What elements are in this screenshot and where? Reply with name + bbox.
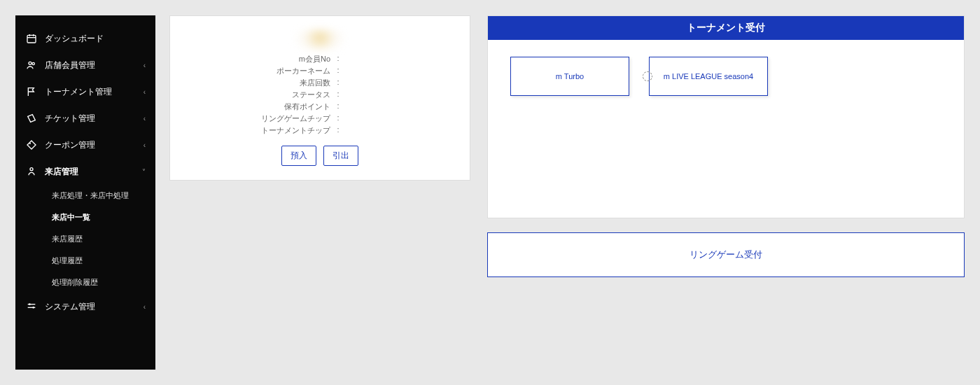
flag-icon [25, 85, 38, 98]
sidebar-sub-visit-history[interactable]: 来店履歴 [43, 228, 155, 250]
info-row-visits: 来店回数: [300, 78, 342, 88]
ring-game-reception-button[interactable]: リングゲーム受付 [487, 232, 965, 277]
users-icon [25, 59, 38, 71]
member-info-list: m会員No: ポーカーネーム: 来店回数: ステータス: 保有ポイント: リング… [184, 54, 342, 136]
member-profile-card: m会員No: ポーカーネーム: 来店回数: ステータス: 保有ポイント: リング… [169, 15, 470, 181]
tournament-option-turbo[interactable]: m Turbo [510, 57, 629, 96]
avatar [285, 30, 355, 48]
chevron-left-icon: ‹ [144, 303, 146, 311]
svg-point-12 [32, 307, 34, 309]
sidebar-sub-visit-process[interactable]: 来店処理・来店中処理 [43, 185, 155, 206]
sidebar-item-label: チケット管理 [45, 113, 136, 125]
sidebar-sub-visit-in-list[interactable]: 来店中一覧 [43, 206, 155, 228]
sidebar-item-store-member[interactable]: 店舗会員管理 ‹ [15, 52, 155, 78]
svg-point-4 [29, 62, 31, 64]
sidebar-item-label: 店舗会員管理 [45, 59, 136, 71]
svg-rect-0 [27, 35, 36, 43]
person-pin-icon [25, 165, 38, 178]
chevron-left-icon: ‹ [144, 62, 146, 69]
tournament-reception-panel: トーナメント受付 m Turbo m LIVE LEAGUE season4 [487, 15, 965, 218]
chevron-left-icon: ‹ [144, 88, 146, 96]
sidebar: ダッシュボード 店舗会員管理 ‹ トーナメント管理 ‹ チケット管理 ‹ [15, 15, 155, 370]
sidebar-item-label: トーナメント管理 [45, 86, 136, 98]
info-row-tournament-chip: トーナメントチップ: [261, 125, 342, 136]
sidebar-item-ticket[interactable]: チケット管理 ‹ [15, 105, 155, 132]
sidebar-item-label: ダッシュボード [45, 33, 146, 45]
sidebar-item-label: システム管理 [45, 301, 136, 313]
ring-game-reception-label: リングゲーム受付 [690, 249, 762, 260]
tournament-option-live-league[interactable]: m LIVE LEAGUE season4 [649, 57, 768, 96]
chevron-left-icon: ‹ [144, 115, 146, 122]
sidebar-item-tournament[interactable]: トーナメント管理 ‹ [15, 78, 155, 105]
info-row-points: 保有ポイント: [284, 102, 342, 112]
withdraw-button[interactable]: 引出 [323, 146, 358, 166]
chevron-down-icon: ˅ [142, 168, 146, 176]
chevron-left-icon: ‹ [144, 141, 146, 149]
sidebar-sub-proc-history[interactable]: 処理履歴 [43, 250, 155, 272]
cursor-ring-icon [643, 71, 652, 81]
tag-icon [25, 139, 38, 151]
sidebar-item-coupon[interactable]: クーポン管理 ‹ [15, 132, 155, 158]
deposit-button[interactable]: 預入 [281, 146, 316, 166]
sidebar-sub-del-history[interactable]: 処理削除履歴 [43, 272, 155, 293]
sidebar-item-system[interactable]: システム管理 ‹ [15, 293, 155, 320]
info-row-poker-name: ポーカーネーム: [276, 66, 342, 76]
info-row-status: ステータス: [292, 90, 342, 100]
sidebar-visit-submenu: 来店処理・来店中処理 来店中一覧 来店履歴 処理履歴 処理削除履歴 [15, 185, 155, 293]
sliders-icon [25, 300, 38, 313]
tournament-reception-header: トーナメント受付 [488, 16, 964, 40]
svg-point-11 [29, 303, 31, 305]
svg-point-5 [32, 62, 34, 64]
sidebar-item-label: クーポン管理 [45, 139, 136, 151]
calendar-icon [25, 32, 38, 45]
sidebar-item-visit[interactable]: 来店管理 ˅ [15, 158, 155, 185]
tournament-option-label: m Turbo [556, 72, 584, 80]
sidebar-item-dashboard[interactable]: ダッシュボード [15, 25, 155, 52]
info-row-ring-chip: リングゲームチップ: [261, 113, 342, 124]
svg-point-7 [29, 143, 31, 144]
tournament-option-label: m LIVE LEAGUE season4 [664, 72, 753, 80]
info-row-member-no: m会員No: [299, 54, 342, 64]
ticket-icon [25, 112, 38, 125]
svg-point-8 [30, 168, 33, 171]
sidebar-item-label: 来店管理 [45, 166, 135, 178]
